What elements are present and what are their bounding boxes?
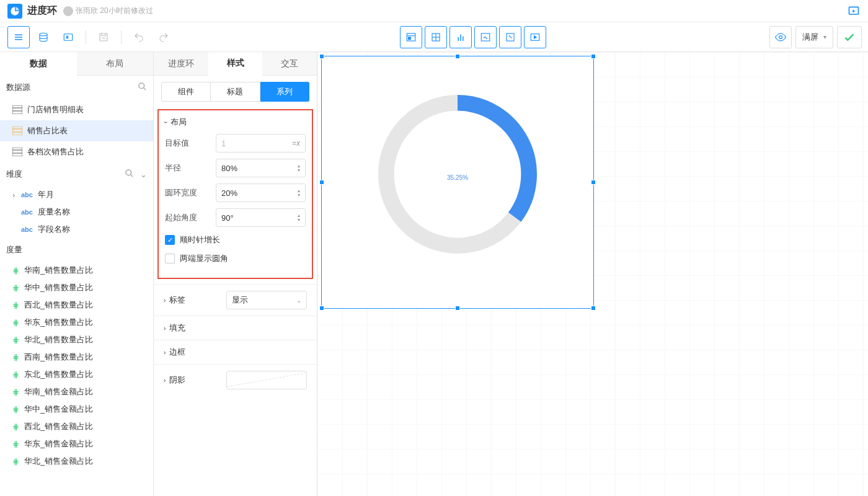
dimension-heading: 维度 [6,169,22,180]
measure-item[interactable]: ⋕华北_销售数量占比 [0,331,153,348]
datasource-item[interactable]: 销售占比表 [0,120,153,141]
radius-input[interactable]: 80% ▴▾ [216,159,306,177]
undo-icon[interactable] [128,26,150,48]
ring-width-input[interactable]: 20% ▴▾ [216,184,306,202]
measure-item[interactable]: ⋕西北_销售金额占比 [0,418,153,435]
dimension-item[interactable]: abc字段名称 [0,221,153,238]
datasource-item[interactable]: 各档次销售占比 [0,141,153,162]
database-icon[interactable] [32,26,55,48]
dimension-item[interactable]: abc度量名称 [0,203,153,221]
resize-handle[interactable] [319,180,324,185]
layout-group: › 布局 目标值 1 =x 半径 80% ▴▾ [157,109,313,279]
resize-handle[interactable] [319,306,324,311]
target-value-input[interactable]: 1 =x [216,134,306,153]
svg-point-20 [139,83,144,89]
bar-chart-icon[interactable] [450,26,472,48]
tab-component-type[interactable]: 进度环 [154,52,208,75]
chevron-down-icon: › [162,121,169,123]
shadow-preview[interactable] [226,371,307,389]
chevron-down-icon[interactable]: ⌄ [140,170,147,179]
measure-item[interactable]: ⋕华南_销售数量占比 [0,262,153,279]
tab-interaction[interactable]: 交互 [262,52,317,75]
clockwise-checkbox[interactable]: ✓ 顺时针增长 [165,234,306,246]
subtab-title[interactable]: 标题 [211,82,260,102]
measure-item[interactable]: ⋕华中_销售数量占比 [0,279,153,296]
subtab-widget[interactable]: 组件 [161,82,211,102]
measure-item[interactable]: ⋕华中_销售金额占比 [0,401,153,418]
save-icon[interactable] [92,26,115,48]
fill-section-toggle[interactable]: › 填充 [164,322,307,334]
note-icon[interactable] [499,26,521,48]
svg-rect-9 [408,37,410,40]
measure-item[interactable]: ⋕华东_销售数量占比 [0,314,153,331]
label-visibility-select[interactable]: 显示 ⌄ [226,291,307,309]
type-number-icon: ⋕ [12,388,19,397]
subtab-series[interactable]: 系列 [260,82,309,102]
type-number-icon: ⋕ [12,335,19,345]
type-number-icon: ⋕ [12,353,19,362]
measure-item[interactable]: ⋕华东_销售金额占比 [0,435,153,453]
grid-icon[interactable] [425,26,447,48]
canvas[interactable]: 35.25% [317,52,868,496]
expand-icon: › [12,190,21,200]
zoom-label: 满屏 [802,32,818,43]
spinner-icon[interactable]: ▴▾ [298,188,300,197]
menu-icon[interactable] [7,26,30,48]
resize-handle[interactable] [319,54,324,59]
tab-data[interactable]: 数据 [0,52,77,76]
tab-layout[interactable]: 布局 [77,52,154,76]
svg-rect-25 [12,126,22,135]
chart-card-icon[interactable] [400,26,422,48]
measure-item[interactable]: ⋕西南_销售数量占比 [0,348,153,366]
table-icon [12,126,22,135]
spinner-icon[interactable]: ▴▾ [298,213,300,222]
zoom-select[interactable]: 满屏 ▾ [795,26,833,48]
svg-rect-22 [12,105,22,114]
round-caps-checkbox[interactable]: 两端显示圆角 [165,253,306,264]
layout-group-toggle[interactable]: › 布局 [165,117,306,128]
video-icon[interactable] [524,26,546,48]
svg-rect-5 [64,33,73,40]
datasource-item[interactable]: 门店销售明细表 [0,99,153,120]
resize-handle[interactable] [455,306,460,311]
datasource-heading: 数据源 [6,82,30,93]
resize-handle[interactable] [591,306,596,311]
tab-style[interactable]: 样式 [208,52,263,76]
app-icon [7,4,22,19]
type-number-icon: ⋕ [12,301,19,310]
resize-handle[interactable] [455,54,460,59]
text-variable-icon[interactable] [57,26,79,48]
checkbox-checked-icon: ✓ [165,235,175,245]
svg-rect-28 [12,148,22,156]
progress-center-label: 35.25% [447,174,468,180]
confirm-button[interactable] [837,26,862,48]
shadow-section-toggle[interactable]: › 阴影 [164,371,307,389]
preview-icon[interactable] [769,26,792,48]
spinner-icon[interactable]: ▴▾ [298,164,300,172]
type-number-icon: ⋕ [12,283,19,293]
measure-item[interactable]: ⋕华南_销售金额占比 [0,383,153,401]
border-section-toggle[interactable]: › 边框 [164,347,307,358]
resize-handle[interactable] [591,54,596,59]
type-abc-icon: abc [21,226,33,233]
search-icon[interactable] [138,82,147,93]
search-icon[interactable] [125,169,134,180]
formula-icon[interactable]: =x [292,139,300,148]
chart-widget[interactable]: 35.25% [321,56,594,309]
svg-line-21 [143,87,146,90]
redo-icon[interactable] [153,26,175,48]
measure-item[interactable]: ⋕西北_销售数量占比 [0,296,153,314]
radius-label: 半径 [165,162,216,174]
start-angle-input[interactable]: 90° ▴▾ [216,208,306,227]
modified-info: 张雨欣 20小时前修改过 [76,6,153,16]
labels-section-toggle[interactable]: › 标签 显示 ⌄ [164,291,307,309]
avatar [63,6,73,16]
measure-item[interactable]: ⋕华北_销售金额占比 [0,453,153,470]
resize-handle[interactable] [591,180,596,185]
edit-chart-icon[interactable] [474,26,497,48]
page-title: 进度环 [27,4,57,17]
dimension-item[interactable]: ›abc年月 [0,186,153,203]
start-angle-label: 起始角度 [165,212,216,223]
play-icon[interactable] [847,4,861,18]
measure-item[interactable]: ⋕东北_销售数量占比 [0,366,153,383]
